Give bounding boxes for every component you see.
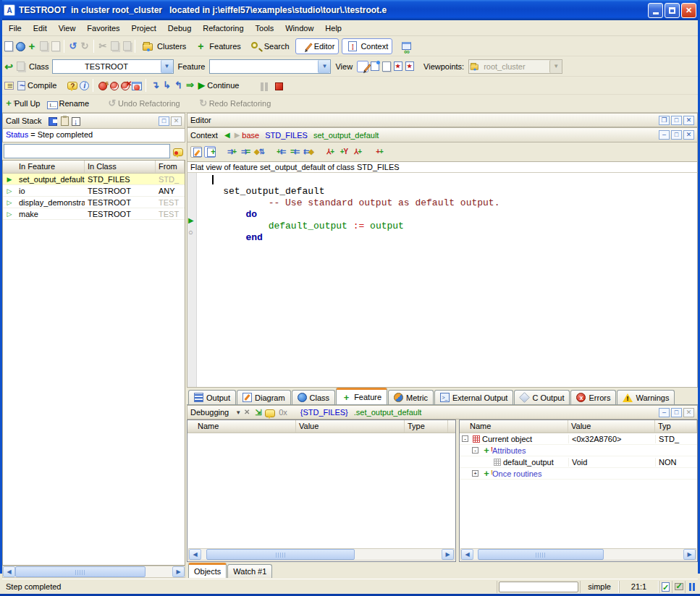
contract-view-icon[interactable] [392,61,403,72]
column-header-type[interactable]: Type [405,420,448,433]
undo-refactoring-label[interactable]: Undo Refactoring [118,99,180,108]
basic-text-view-icon[interactable] [357,61,368,72]
history-forward-icon[interactable]: ▶ [235,131,240,139]
copy-stack-icon[interactable] [58,115,69,127]
menu-item-help[interactable]: Help [319,22,347,35]
editor-restore-icon[interactable]: ❐ [659,116,670,125]
scroll-right-icon[interactable]: ▶ [172,566,185,577]
clickable-view-icon[interactable] [368,61,380,72]
call-stack-row[interactable]: ▷ioTESTROOTANY [3,185,185,197]
bubble-icon[interactable] [264,406,276,418]
step-out-icon[interactable]: ↰ [172,80,184,91]
tab-metric[interactable]: Metric [388,390,434,404]
viewpoints-dropdown[interactable]: root_cluster ▼ [468,59,562,74]
column-header-value[interactable]: Value [568,420,655,433]
callers-icon[interactable]: ⇉+ [226,146,237,158]
step-over-icon[interactable]: ↴ [149,80,161,91]
scroll-thumb[interactable] [15,566,146,577]
close-button[interactable]: ✕ [681,3,696,18]
creators-icon[interactable]: ◆⇅ [253,146,265,158]
column-header-name[interactable]: Name [460,420,568,433]
pull-up-label[interactable]: Pull Up [14,99,40,108]
undo-refactoring-icon[interactable]: ↺ [106,98,118,109]
menu-item-favorites[interactable]: Favorites [81,22,125,35]
class-dropdown[interactable]: TESTROOT ▼ [52,59,174,74]
tab-objects[interactable]: Objects [188,563,227,578]
watch-table-hscrollbar[interactable]: ◀ ▶ [188,548,455,561]
save-stack-icon[interactable] [46,115,58,127]
menu-item-refactoring[interactable]: Refactoring [197,22,249,35]
class-dropdown-arrow-icon[interactable]: ▼ [161,60,173,73]
remove-breakpoints-icon[interactable]: ✕ [119,80,131,91]
info-icon[interactable]: i [78,80,90,91]
pause-icon[interactable] [256,80,268,91]
detach-view-icon[interactable]: ⇲ [253,406,264,418]
tab-errors[interactable]: xErrors [570,390,616,404]
debug-crumb-feature[interactable]: .set_output_default [354,408,422,417]
continue-icon[interactable] [195,80,207,91]
object-tree-row[interactable]: default_outputVoidNON [460,456,697,468]
ancestor-versions-icon[interactable]: ⅄+ [324,146,336,158]
add-project-icon[interactable]: + [26,41,38,52]
clusters-button[interactable]: Clusters [138,38,190,54]
tab-external-output[interactable]: >_External Output [434,390,513,404]
assignees-icon[interactable]: =⇇ [289,146,300,158]
scroll-left-icon[interactable]: ◀ [461,549,473,560]
menu-item-tools[interactable]: Tools [250,22,280,35]
column-header-name[interactable]: Name [187,420,296,433]
stop-icon[interactable] [272,80,284,91]
menu-item-file[interactable]: File [3,22,28,35]
open-shell-icon[interactable] [14,41,26,52]
creations-icon[interactable]: ⇇◆ [303,146,314,158]
close-view-icon[interactable]: ✕ [241,406,253,418]
project-settings-icon[interactable] [3,80,14,91]
feature-dropdown[interactable]: ▼ [209,59,331,74]
crumb-feature[interactable]: set_output_default [313,131,379,140]
scroll-thumb[interactable] [206,549,355,560]
debug-crumb-class[interactable]: {STD_FILES} [300,408,348,417]
objects-table-hscrollbar[interactable]: ◀ ▶ [460,548,696,561]
step-into-icon[interactable]: ↳ [161,80,172,91]
collapse-icon[interactable]: - [472,447,478,454]
scroll-right-icon[interactable]: ▶ [442,549,454,560]
new-document-icon[interactable] [3,41,14,52]
crumb-class[interactable]: STD_FILES [265,131,308,140]
debugging-maximize-icon[interactable]: □ [671,408,682,417]
debugging-dropdown-arrow-icon[interactable]: ▼ [235,409,241,416]
context-maximize-icon[interactable]: □ [671,130,682,140]
call-stack-filter-input[interactable] [4,144,170,158]
feature-dropdown-arrow-icon[interactable]: ▼ [318,60,330,73]
menu-item-edit[interactable]: Edit [28,22,53,35]
copy-icon[interactable] [109,41,120,52]
disable-breakpoints-icon[interactable] [108,80,119,91]
implementers-icon[interactable]: ⅄+ [352,146,363,158]
call-stack-maximize-icon[interactable]: □ [159,116,169,126]
assigners-icon[interactable]: ⇉= [240,146,251,158]
flat-view-icon[interactable] [380,61,392,72]
tab-output[interactable]: Output [188,390,236,404]
column-header-in-class[interactable]: In Class [85,161,156,173]
column-header-from[interactable]: From [156,161,185,173]
callees-icon[interactable]: +⇇ [275,146,287,158]
edit-feature-icon[interactable] [190,146,202,158]
history-back-icon[interactable]: ◀ [224,131,230,139]
scroll-left-icon[interactable]: ◀ [189,549,201,560]
code-editor[interactable]: ▶ ○ set_output_default -- Use standard o… [187,173,698,388]
tab-class[interactable]: Class [292,390,336,404]
interface-view-icon[interactable] [403,61,415,72]
scroll-right-icon[interactable]: ▶ [683,549,696,560]
object-tree-row[interactable]: -Current object<0x32A8760>STD_ [460,433,697,445]
comment-bubble-icon[interactable] [172,145,184,157]
tab-diagram[interactable]: Diagram [237,390,291,404]
call-stack-row[interactable]: ▷display_demonstrat...TESTROOTTEST [3,197,185,208]
minimize-button[interactable] [648,3,663,18]
debugging-close-icon[interactable]: ✕ [683,408,694,417]
undo-icon[interactable]: ↺ [67,41,79,52]
descendant-versions-icon[interactable]: +Y [338,146,350,158]
hex-format-label[interactable]: 0x [279,408,287,417]
menu-item-window[interactable]: Window [279,22,319,35]
rename-icon[interactable]: I... [47,98,59,109]
scroll-thumb[interactable] [478,549,604,560]
menu-item-debug[interactable]: Debug [162,22,197,35]
paste-icon[interactable] [120,41,132,52]
